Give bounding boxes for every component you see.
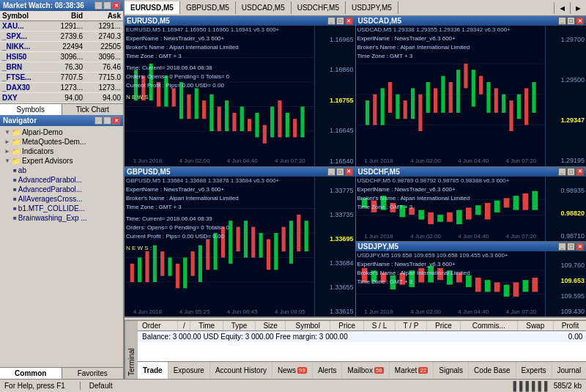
market-ask: 1291... bbox=[85, 21, 123, 32]
chart-tab[interactable]: USDJPY,M5 bbox=[346, 1, 398, 14]
chart-gbpusd-body[interactable]: GBPUSD,M5 1.33684 1.33688 1.33876 1.3368… bbox=[125, 177, 355, 317]
chart-usdcad-body[interactable]: USDCAD,M5 1.29338 1.29355 1.29336 1.2934… bbox=[356, 26, 587, 166]
chart-tab[interactable]: EURUSD,M5 bbox=[125, 1, 180, 14]
chart-eurusd-body[interactable]: EURUSD,M5 1.16947 1.16950 1.16960 1.1694… bbox=[125, 26, 355, 166]
chart-usdchf-max-btn[interactable]: □ bbox=[567, 168, 575, 176]
svg-rect-26 bbox=[293, 119, 297, 137]
chart-tab-scroll-right[interactable]: ► bbox=[571, 2, 586, 14]
chart-usdcad-min-btn[interactable]: _ bbox=[558, 17, 566, 25]
svg-rect-41 bbox=[433, 88, 437, 113]
svg-rect-47 bbox=[479, 76, 483, 95]
chart-eurusd-min-btn[interactable]: _ bbox=[327, 17, 335, 25]
market-row[interactable]: DXY 94.00 94.00 bbox=[0, 93, 123, 103]
chart-gbpusd-max-btn[interactable]: □ bbox=[336, 168, 344, 176]
tree-expand-icon: ▼ bbox=[4, 158, 10, 164]
terminal-tab-code-base[interactable]: Code Base bbox=[469, 362, 516, 379]
nav-tab-common[interactable]: Common bbox=[0, 368, 62, 379]
nav-tree-item[interactable]: ▼📁Expert Advisors bbox=[1, 156, 122, 166]
market-row[interactable]: _FTSE... 7707.5 7715.0 bbox=[0, 73, 123, 83]
svg-rect-126 bbox=[513, 283, 519, 297]
terminal-tab-trade[interactable]: Trade bbox=[138, 362, 168, 379]
chart-usdjpy-body[interactable]: USDJPY,M5 109.658 109.659 109.658 109.45… bbox=[356, 251, 587, 317]
tab-badge-news: 99 bbox=[297, 367, 307, 374]
market-watch-maximize-btn[interactable]: □ bbox=[103, 1, 111, 10]
svg-rect-43 bbox=[448, 82, 452, 113]
navigator-maximize-btn[interactable]: □ bbox=[103, 117, 111, 125]
col-ask: Ask bbox=[85, 11, 123, 21]
market-row[interactable]: _NIKK... 22494 22505 bbox=[0, 42, 123, 52]
nav-tree-item[interactable]: ▼📁Alpari-Demo bbox=[1, 127, 122, 137]
chart-usdchf-min-btn[interactable]: _ bbox=[558, 168, 566, 176]
market-bid: 76.30 bbox=[47, 62, 85, 73]
svg-rect-78 bbox=[267, 239, 270, 270]
chart-usdcad-max-btn[interactable]: □ bbox=[567, 17, 575, 25]
market-row[interactable]: XAU... 1291... 1291... bbox=[0, 21, 123, 32]
market-watch-minimize-btn[interactable]: _ bbox=[94, 1, 103, 10]
market-bid: 2739.6 bbox=[47, 32, 85, 42]
svg-rect-35 bbox=[387, 82, 391, 113]
market-row[interactable]: _DAX30 1273... 1273... bbox=[0, 83, 123, 93]
nav-tree-item[interactable]: ■Brainwashing_Exp ... bbox=[1, 213, 122, 223]
chart-usdjpy-header-info: USDJPY,M5 109.658 109.659 109.658 109.45… bbox=[357, 252, 544, 259]
chart-usdchf-body[interactable]: USDCHF,M5 0.98789 0.98792 0.98785 0.9838… bbox=[356, 177, 587, 242]
nav-tree-item[interactable]: ►📁MetaQuotes-Dem... bbox=[1, 137, 122, 147]
nav-tree-item[interactable]: ■b1.MTF_COLLIDE... bbox=[1, 204, 122, 213]
terminal-tab-exposure[interactable]: Exposure bbox=[168, 362, 210, 379]
navigator-close-btn[interactable]: ✕ bbox=[112, 117, 120, 125]
terminal-tab-market[interactable]: Market22 bbox=[390, 362, 434, 379]
terminal-tab-account-history[interactable]: Account History bbox=[210, 362, 272, 379]
svg-rect-54 bbox=[532, 82, 535, 113]
terminal-tab-alerts[interactable]: Alerts bbox=[313, 362, 343, 379]
terminal-tab-news[interactable]: News99 bbox=[272, 362, 313, 379]
chart-usdjpy-max-btn[interactable]: □ bbox=[567, 243, 575, 251]
chart-usdjpy-min-btn[interactable]: _ bbox=[558, 243, 566, 251]
market-watch-close-btn[interactable]: ✕ bbox=[112, 1, 120, 10]
nav-tree-item[interactable]: ►📁Indicators bbox=[1, 147, 122, 156]
chart-usdcad-close-btn[interactable]: ✕ bbox=[576, 17, 584, 25]
nav-item-label: b1.MTF_COLLIDE... bbox=[18, 204, 85, 212]
nav-tree-item[interactable]: ■AdvancedParabol... bbox=[1, 185, 122, 194]
nav-tree-item[interactable]: ■AdvancedParabol... bbox=[1, 175, 122, 185]
chart-usdchf-titlebar: USDCHF,M5 _ □ ✕ bbox=[356, 167, 587, 177]
nav-item-label: Alpari-Demo bbox=[22, 128, 63, 136]
chart-usdjpy: USDJPY,M5 _ □ ✕ USDJPY,M5 109.658 109.65… bbox=[356, 242, 587, 317]
nav-item-label: AdvancedParabol... bbox=[18, 185, 82, 193]
market-row[interactable]: _BRN 76.30 76.46 bbox=[0, 62, 123, 73]
svg-rect-80 bbox=[282, 226, 286, 251]
chart-gbpusd-min-btn[interactable]: _ bbox=[327, 168, 335, 176]
market-tab-symbols[interactable]: Symbols bbox=[0, 104, 62, 115]
chart-tab[interactable]: USDCHF,M5 bbox=[292, 1, 346, 14]
market-tab-tick[interactable]: Tick Chart bbox=[62, 104, 124, 115]
chart-usdchf-close-btn[interactable]: ✕ bbox=[576, 168, 584, 176]
nav-tab-favorites[interactable]: Favorites bbox=[62, 368, 124, 379]
chart-eurusd-max-btn[interactable]: □ bbox=[336, 17, 344, 25]
profit-cell: 0.00 bbox=[553, 331, 586, 343]
nav-tree-item[interactable]: ■AllAveragesCross... bbox=[1, 194, 122, 204]
nav-tree-item[interactable]: ■ab bbox=[1, 166, 122, 175]
chart-tab[interactable]: USDCAD,M5 bbox=[236, 1, 292, 14]
chart-usdjpy-titlebar: USDJPY,M5 _ □ ✕ bbox=[356, 242, 587, 251]
market-row[interactable]: _HSI50 3096... 3096... bbox=[0, 52, 123, 62]
terminal-tab-signals[interactable]: Signals bbox=[434, 362, 469, 379]
svg-rect-36 bbox=[396, 95, 399, 119]
navigator-minimize-btn[interactable]: _ bbox=[94, 117, 103, 125]
chart-gbpusd-close-btn[interactable]: ✕ bbox=[345, 168, 353, 176]
col-size: Size bbox=[256, 321, 286, 331]
terminal-side-label[interactable]: Terminal bbox=[125, 321, 138, 379]
market-ask: 76.46 bbox=[85, 62, 123, 73]
terminal-tab-mailbox[interactable]: Mailbox56 bbox=[342, 362, 389, 379]
terminal-tab-experts[interactable]: Experts bbox=[516, 362, 552, 379]
terminal-tab-journal[interactable]: Journal bbox=[552, 362, 587, 379]
svg-rect-128 bbox=[532, 278, 538, 292]
svg-rect-22 bbox=[263, 125, 267, 144]
col-symbol-h: Symbol bbox=[286, 321, 330, 331]
chart-tab-scroll-left[interactable]: ◄ bbox=[555, 2, 571, 14]
chart-tab[interactable]: GBPUSD,M5 bbox=[180, 1, 236, 14]
market-row[interactable]: _SPX... 2739.6 2740.3 bbox=[0, 32, 123, 42]
chart-eurusd-titlebar: EURUSD,M5 _ □ ✕ bbox=[125, 16, 355, 26]
chart-eurusd-close-btn[interactable]: ✕ bbox=[345, 17, 353, 25]
nav-item-label: ab bbox=[18, 166, 26, 174]
tree-expand-icon: ► bbox=[4, 148, 10, 155]
chart-usdjpy-close-btn[interactable]: ✕ bbox=[576, 243, 584, 251]
market-watch-tabs: Symbols Tick Chart bbox=[0, 103, 123, 115]
